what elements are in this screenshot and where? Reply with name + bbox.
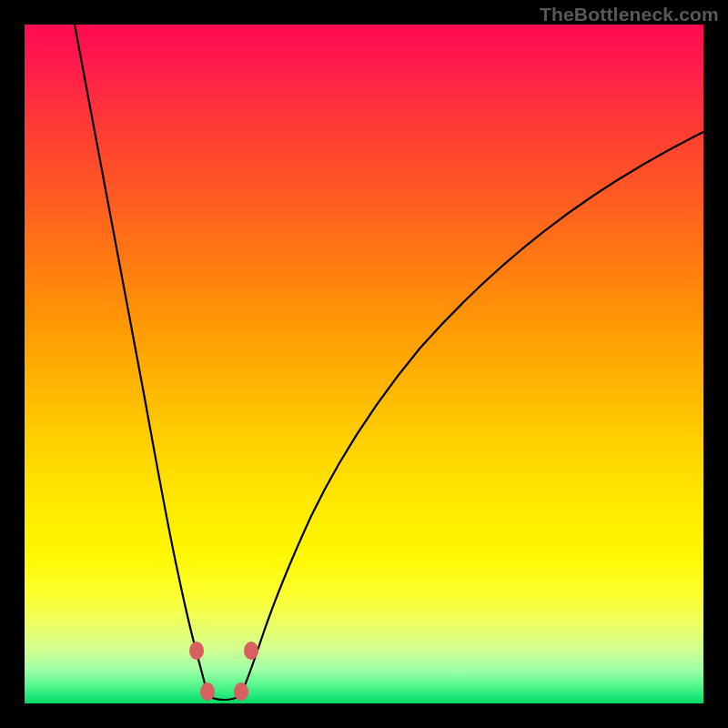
marker-dot — [200, 682, 215, 701]
curve-right-branch — [241, 132, 703, 694]
marker-dot — [189, 642, 204, 660]
chart-svg — [25, 25, 703, 703]
marker-dot — [234, 682, 248, 701]
watermark-text: TheBottleneck.com — [540, 4, 719, 25]
curve-left-branch — [75, 25, 207, 694]
marker-dot — [244, 642, 258, 660]
